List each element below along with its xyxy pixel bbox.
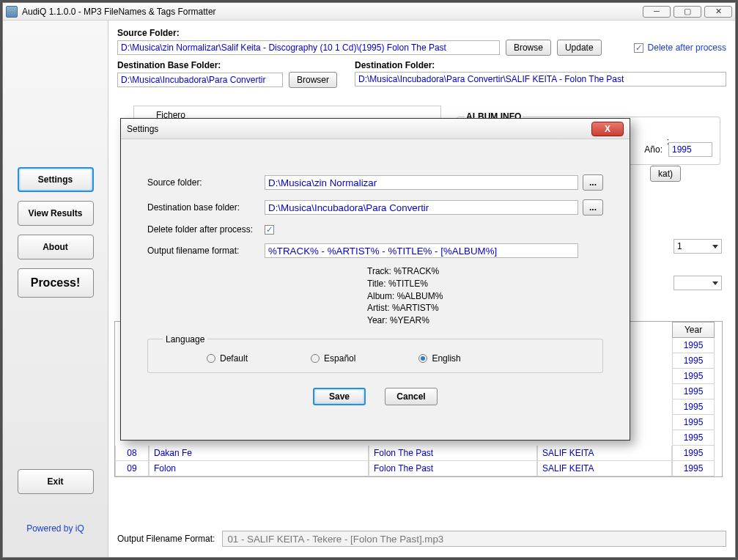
dlg-source-label: Source folder: bbox=[147, 177, 265, 188]
window-title: AudiQ 1.1.0.0 - MP3 FileNames & Tags For… bbox=[22, 7, 216, 17]
sidebar: Settings View Results About Process! Exi… bbox=[3, 21, 108, 557]
delete-after-label: Delete after process bbox=[648, 43, 726, 53]
lang-default-radio[interactable]: Default bbox=[207, 353, 248, 364]
dlg-dest-label: Destination base folder: bbox=[147, 202, 265, 213]
year-cell: 1995 bbox=[672, 430, 715, 446]
exit-button[interactable]: Exit bbox=[18, 469, 94, 494]
dlg-delete-label: Delete folder after process: bbox=[147, 224, 265, 235]
delete-after-checkbox[interactable]: ✓ Delete after process bbox=[634, 43, 726, 53]
check-icon: ✓ bbox=[634, 43, 643, 53]
process-button[interactable]: Process! bbox=[18, 268, 94, 298]
browse-button[interactable]: Browse bbox=[506, 40, 551, 56]
radio-icon bbox=[207, 354, 215, 363]
settings-dialog: Settings X Source folder: ... Destinatio… bbox=[120, 118, 630, 441]
update-button[interactable]: Update bbox=[557, 40, 602, 56]
chevron-down-icon bbox=[712, 281, 718, 285]
dest-base-input[interactable] bbox=[117, 73, 283, 87]
dialog-titlebar[interactable]: Settings X bbox=[121, 119, 630, 139]
table-row[interactable]: 09FolonFolon The PastSALIF KEITA1995 bbox=[115, 461, 722, 476]
browser-button[interactable]: Browser bbox=[289, 72, 337, 88]
dlg-source-browse-button[interactable]: ... bbox=[583, 174, 603, 191]
settings-button[interactable]: Settings bbox=[18, 167, 94, 192]
dest-folder-input[interactable] bbox=[355, 72, 726, 86]
format-hints: Track: %TRACK% Title: %TITLE% Album: %AL… bbox=[367, 265, 603, 327]
year-cell: 1995 bbox=[672, 399, 715, 415]
year-cell: 1995 bbox=[672, 338, 715, 353]
lang-en-radio[interactable]: English bbox=[418, 353, 460, 364]
chevron-down-icon bbox=[712, 245, 718, 248]
source-folder-label: Source Folder: bbox=[117, 28, 726, 38]
lang-es-radio[interactable]: Español bbox=[311, 353, 355, 364]
table-row[interactable]: 08Dakan FeFolon The PastSALIF KEITA1995 bbox=[115, 446, 722, 461]
output-format-display bbox=[222, 531, 726, 547]
dest-folder-label: Destination Folder: bbox=[355, 60, 726, 70]
dialog-close-button[interactable]: X bbox=[591, 122, 624, 136]
dlg-delete-checkbox[interactable]: ✓ bbox=[265, 225, 274, 235]
dlg-format-input[interactable] bbox=[265, 243, 578, 258]
dlg-source-input[interactable] bbox=[265, 175, 578, 190]
radio-icon bbox=[311, 354, 320, 363]
year-input[interactable] bbox=[668, 142, 712, 157]
kat-button[interactable]: kat) bbox=[650, 166, 681, 182]
app-icon bbox=[6, 6, 18, 18]
close-button[interactable]: ✕ bbox=[704, 6, 732, 18]
powered-by-label: Powered by iQ bbox=[26, 523, 84, 534]
dialog-title: Settings bbox=[127, 124, 158, 134]
dlg-dest-input[interactable] bbox=[265, 200, 578, 215]
minimize-button[interactable]: ─ bbox=[643, 6, 671, 18]
maximize-button[interactable]: ▢ bbox=[674, 6, 701, 18]
dropdown-1-value: 1 bbox=[677, 241, 682, 251]
language-group: Language Default Español English bbox=[147, 334, 603, 373]
cancel-button[interactable]: Cancel bbox=[385, 388, 438, 405]
language-legend: Language bbox=[163, 334, 207, 345]
year-cell: 1995 bbox=[672, 384, 715, 399]
year-cell: 1995 bbox=[672, 415, 715, 430]
about-button[interactable]: About bbox=[18, 235, 94, 259]
dlg-dest-browse-button[interactable]: ... bbox=[583, 199, 603, 215]
radio-selected-icon bbox=[418, 354, 427, 363]
year-cell: 1995 bbox=[672, 353, 715, 369]
source-folder-input[interactable] bbox=[117, 40, 500, 55]
dest-base-label: Destination Base Folder: bbox=[117, 60, 337, 70]
view-results-button[interactable]: View Results bbox=[18, 201, 94, 226]
year-label: Año: bbox=[644, 144, 663, 155]
titlebar[interactable]: AudiQ 1.1.0.0 - MP3 FileNames & Tags For… bbox=[3, 3, 735, 21]
year-cell: 1995 bbox=[672, 369, 715, 384]
year-column-header[interactable]: Year bbox=[672, 322, 715, 338]
save-button[interactable]: Save bbox=[313, 388, 366, 405]
dropdown-2[interactable] bbox=[674, 276, 722, 290]
dlg-format-label: Output filename format: bbox=[147, 246, 265, 256]
close-icon: X bbox=[605, 124, 610, 134]
output-format-label: Output Filename Format: bbox=[117, 534, 215, 544]
dropdown-1[interactable]: 1 bbox=[674, 239, 722, 254]
